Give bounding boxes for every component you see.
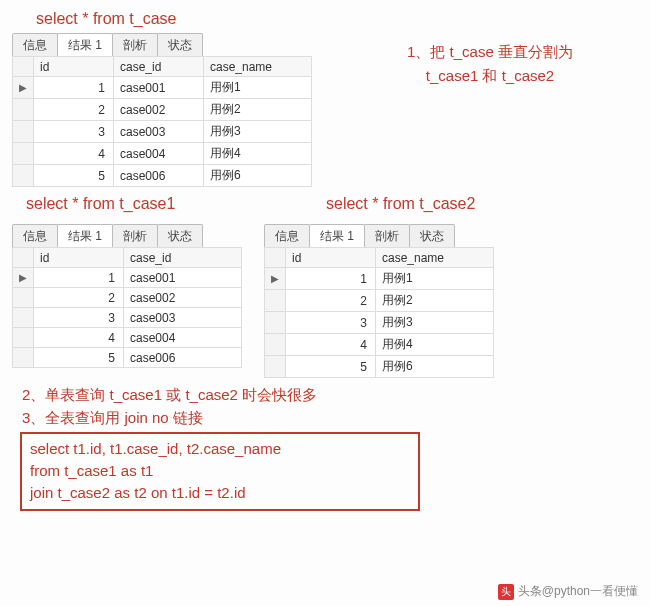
row-indicator [265, 356, 286, 378]
col-id[interactable]: id [286, 248, 376, 268]
cell[interactable]: 1 [286, 268, 376, 290]
cell[interactable]: case002 [124, 288, 242, 308]
cell[interactable]: 5 [286, 356, 376, 378]
table-row[interactable]: 4case004用例4 [13, 143, 312, 165]
table-row[interactable]: ▶1用例1 [265, 268, 494, 290]
tab-result[interactable]: 结果 1 [57, 33, 113, 56]
tab-profile[interactable]: 剖析 [112, 224, 158, 247]
table-row[interactable]: 5case006用例6 [13, 165, 312, 187]
cell[interactable]: 用例6 [204, 165, 312, 187]
cell[interactable]: 3 [286, 312, 376, 334]
row-indicator [13, 348, 34, 368]
cell[interactable]: 用例3 [204, 121, 312, 143]
table-row[interactable]: 4用例4 [265, 334, 494, 356]
grid-tcase2[interactable]: id case_name ▶1用例1 2用例2 3用例3 4用例4 5用例6 [264, 247, 494, 378]
col-case-name[interactable]: case_name [204, 57, 312, 77]
tab-result[interactable]: 结果 1 [57, 224, 113, 247]
sql-query-top: select * from t_case [36, 10, 642, 28]
cell[interactable]: 2 [34, 288, 124, 308]
sql-query-tcase1: select * from t_case1 [26, 195, 276, 213]
tab-info[interactable]: 信息 [264, 224, 310, 247]
grid-tcase[interactable]: id case_id case_name ▶1case001用例1 2case0… [12, 56, 312, 187]
cell[interactable]: case002 [114, 99, 204, 121]
cell[interactable]: 3 [34, 121, 114, 143]
sql-join-box: select t1.id, t1.case_id, t2.case_name f… [20, 432, 420, 511]
cell[interactable]: 用例2 [376, 290, 494, 312]
cell[interactable]: 2 [34, 99, 114, 121]
cell[interactable]: case004 [114, 143, 204, 165]
cell[interactable]: 4 [286, 334, 376, 356]
table-row[interactable]: ▶1case001用例1 [13, 77, 312, 99]
cell[interactable]: case006 [124, 348, 242, 368]
table-row[interactable]: 4case004 [13, 328, 242, 348]
annotation-1: 1、把 t_case 垂直分割为 t_case1 和 t_case2 [360, 40, 620, 88]
tab-result[interactable]: 结果 1 [309, 224, 365, 247]
note-3: 3、全表查询用 join no 链接 [22, 409, 642, 428]
cell[interactable]: 3 [34, 308, 124, 328]
row-indicator [265, 334, 286, 356]
cell[interactable]: case001 [124, 268, 242, 288]
row-indicator [13, 165, 34, 187]
cell[interactable]: 用例1 [376, 268, 494, 290]
cell[interactable]: case003 [114, 121, 204, 143]
row-indicator [265, 290, 286, 312]
toutiao-logo-icon: 头 [498, 584, 514, 600]
note-2: 2、单表查询 t_case1 或 t_case2 时会快很多 [22, 386, 642, 405]
cell[interactable]: 1 [34, 77, 114, 99]
tab-status[interactable]: 状态 [157, 224, 203, 247]
tab-status[interactable]: 状态 [157, 33, 203, 56]
tab-profile[interactable]: 剖析 [112, 33, 158, 56]
tabs-tcase2: 信息 结果 1 剖析 状态 [264, 223, 494, 247]
sql-box-line3: join t_case2 as t2 on t1.id = t2.id [30, 482, 410, 504]
sql-query-tcase2: select * from t_case2 [326, 195, 475, 213]
col-id[interactable]: id [34, 248, 124, 268]
col-case-name[interactable]: case_name [376, 248, 494, 268]
cell[interactable]: 用例1 [204, 77, 312, 99]
cell[interactable]: case004 [124, 328, 242, 348]
watermark-text: 头条@python一看便懂 [518, 583, 638, 600]
table-row[interactable]: 3case003用例3 [13, 121, 312, 143]
table-row[interactable]: 2case002用例2 [13, 99, 312, 121]
col-id[interactable]: id [34, 57, 114, 77]
grid-tcase1[interactable]: id case_id ▶1case001 2case002 3case003 4… [12, 247, 242, 368]
cell[interactable]: case001 [114, 77, 204, 99]
cell[interactable]: 2 [286, 290, 376, 312]
cell[interactable]: 4 [34, 328, 124, 348]
tab-info[interactable]: 信息 [12, 224, 58, 247]
row-indicator [13, 328, 34, 348]
table-row[interactable]: 5case006 [13, 348, 242, 368]
row-indicator [265, 312, 286, 334]
table-row[interactable]: 2case002 [13, 288, 242, 308]
cell[interactable]: 用例4 [204, 143, 312, 165]
table-row[interactable]: 3用例3 [265, 312, 494, 334]
cell[interactable]: case003 [124, 308, 242, 328]
cell[interactable]: 用例4 [376, 334, 494, 356]
tab-profile[interactable]: 剖析 [364, 224, 410, 247]
cell[interactable]: 5 [34, 165, 114, 187]
row-indicator [13, 121, 34, 143]
table-row[interactable]: 2用例2 [265, 290, 494, 312]
watermark: 头 头条@python一看便懂 [498, 583, 638, 600]
cell[interactable]: case006 [114, 165, 204, 187]
result-panel-tcase1: 信息 结果 1 剖析 状态 id case_id ▶1case001 2case… [12, 223, 242, 378]
cell[interactable]: 用例3 [376, 312, 494, 334]
row-indicator: ▶ [13, 268, 34, 288]
table-row[interactable]: ▶1case001 [13, 268, 242, 288]
col-case-id[interactable]: case_id [114, 57, 204, 77]
col-case-id[interactable]: case_id [124, 248, 242, 268]
annotation-1-line1: 1、把 t_case 垂直分割为 [360, 40, 620, 64]
tab-status[interactable]: 状态 [409, 224, 455, 247]
row-indicator [13, 143, 34, 165]
table-row[interactable]: 5用例6 [265, 356, 494, 378]
cell[interactable]: 用例2 [204, 99, 312, 121]
row-selector-header [13, 57, 34, 77]
tab-info[interactable]: 信息 [12, 33, 58, 56]
row-indicator [13, 308, 34, 328]
annotation-1-line2: t_case1 和 t_case2 [360, 64, 620, 88]
cell[interactable]: 5 [34, 348, 124, 368]
table-row[interactable]: 3case003 [13, 308, 242, 328]
cell[interactable]: 用例6 [376, 356, 494, 378]
row-selector-header [265, 248, 286, 268]
cell[interactable]: 4 [34, 143, 114, 165]
cell[interactable]: 1 [34, 268, 124, 288]
